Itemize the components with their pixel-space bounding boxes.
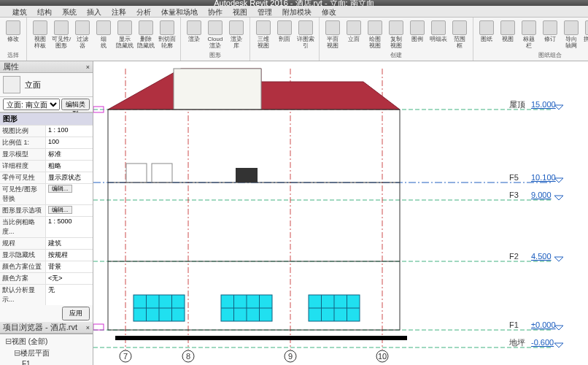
show-hidden-button[interactable]: 显示隐藏线 — [115, 19, 135, 59]
svg-text:F1: F1 — [509, 320, 519, 329]
section-icon — [277, 20, 292, 35]
prop-value[interactable]: 1 : 5000 — [45, 217, 93, 237]
browser-close-icon[interactable]: × — [86, 324, 90, 331]
schedule-button[interactable]: 明细表 — [428, 19, 449, 52]
match-label: 拼接线 — [584, 36, 588, 42]
sheet-button[interactable]: 图纸 — [476, 19, 497, 52]
apply-button[interactable]: 应用 — [62, 307, 90, 320]
menu-2[interactable]: 系统 — [57, 6, 82, 17]
view-template-button[interactable]: 视图样板 — [30, 19, 50, 59]
prop-value[interactable]: 按规程 — [45, 250, 93, 261]
cut-profile-button[interactable]: 剖切面轮廓 — [157, 19, 177, 59]
plan-button[interactable]: 平面视图 — [322, 19, 343, 52]
prop-value[interactable]: 无 — [45, 285, 93, 305]
thin-lines-label: 细线 — [101, 36, 107, 49]
drawing-canvas[interactable]: 屋顶15.000F510.100F39.000F24.500F1±0.000地坪… — [93, 61, 588, 365]
prop-value[interactable]: 显示原状态 — [45, 172, 93, 183]
thin-lines-button[interactable]: 细线 — [93, 19, 114, 59]
menu-7[interactable]: 协作 — [203, 6, 228, 17]
duplicate-label: 复制视图 — [390, 36, 402, 49]
prop-value[interactable]: 编辑... — [45, 205, 93, 216]
menu-9[interactable]: 管理 — [252, 6, 277, 17]
menu-4[interactable]: 注释 — [107, 6, 131, 17]
gallery-icon — [229, 20, 244, 35]
menu-10[interactable]: 附加模块 — [277, 6, 317, 17]
prop-value[interactable]: 编辑... — [45, 184, 93, 204]
tree-leaf[interactable]: F1 — [19, 359, 91, 365]
ribbon-group-label: 创建 — [322, 52, 470, 59]
prop-value[interactable]: 背景 — [45, 261, 93, 272]
svg-text:9.000: 9.000 — [531, 191, 552, 199]
match-button[interactable]: 拼接线 — [582, 19, 588, 52]
menu-1[interactable]: 结构 — [32, 6, 57, 17]
menu-5[interactable]: 分析 — [131, 6, 156, 17]
match-icon — [585, 20, 588, 35]
duplicate-button[interactable]: 复制视图 — [386, 19, 406, 52]
section-label: 剖面 — [279, 36, 290, 42]
view-icon — [500, 20, 515, 35]
prop-value[interactable]: 粗略 — [45, 161, 93, 172]
prop-category[interactable]: 图形 — [0, 112, 93, 125]
guide-label: 导向轴网 — [565, 36, 577, 49]
svg-rect-37 — [236, 168, 258, 182]
prop-value[interactable]: 100 — [45, 137, 93, 148]
drafting-button[interactable]: 绘图视图 — [365, 19, 385, 52]
modify-label: 修改 — [7, 36, 19, 42]
elevation-button[interactable]: 立面 — [344, 19, 364, 52]
tree-node[interactable]: ⊟楼层平面 — [10, 347, 91, 359]
svg-text:±0.000: ±0.000 — [531, 320, 556, 329]
prop-key: 显示隐藏线 — [0, 250, 45, 261]
prop-key: 比例值 1: — [0, 137, 45, 148]
visibility-label: 可见性/图形 — [52, 36, 71, 49]
prop-row: 默认分析显示...无 — [0, 284, 93, 305]
filter-button[interactable]: 过滤器 — [72, 19, 93, 59]
tree-root[interactable]: ⊟视图 (全部) — [1, 336, 91, 347]
prop-value[interactable]: 1 : 100 — [45, 126, 93, 137]
browser-title: 项目浏览器 - 酒店.rvt — [3, 322, 77, 333]
prop-key: 详细程度 — [0, 161, 45, 172]
guide-button[interactable]: 导向轴网 — [561, 19, 581, 52]
menu-3[interactable]: 插入 — [82, 6, 107, 17]
prop-edit-button[interactable]: 编辑... — [48, 185, 72, 193]
edit-type-button[interactable]: 编辑类型 — [61, 99, 90, 110]
cloud-button[interactable]: Cloud渲染 — [205, 19, 225, 52]
scope-button[interactable]: 范围框 — [449, 19, 470, 52]
legend-button[interactable]: 图例 — [407, 19, 428, 52]
render-label: 渲染 — [188, 36, 200, 42]
view-button[interactable]: 视图 — [498, 19, 518, 52]
remove-hidden-button[interactable]: 删除隐藏线 — [136, 19, 156, 59]
section-button[interactable]: 剖面 — [274, 19, 295, 59]
prop-key: 颜色方案位置 — [0, 261, 45, 272]
menu-11[interactable]: 修改 — [317, 6, 341, 17]
visibility-button[interactable]: 可见性/图形 — [51, 19, 71, 59]
prop-key: 显示模型 — [0, 149, 45, 160]
properties-close-icon[interactable]: × — [86, 64, 90, 71]
menu-0[interactable]: 建筑 — [7, 6, 32, 17]
3d-icon — [256, 20, 271, 35]
type-selector[interactable]: 立面 — [0, 73, 93, 97]
svg-rect-55 — [93, 324, 104, 330]
callout-button[interactable]: 详图索引 — [295, 19, 316, 59]
title-button[interactable]: 标题栏 — [519, 19, 539, 52]
drafting-icon — [368, 20, 382, 35]
prop-value[interactable]: <无> — [45, 273, 93, 284]
show-hidden-icon — [117, 20, 132, 35]
twisty-icon[interactable]: ⊟ — [13, 348, 20, 358]
view-label: 视图 — [502, 36, 514, 42]
gallery-button[interactable]: 渲染库 — [226, 19, 247, 52]
prop-edit-button[interactable]: 编辑... — [48, 206, 72, 214]
twisty-icon[interactable]: ⊟ — [4, 337, 12, 346]
rev-button[interactable]: 修订 — [540, 19, 560, 52]
menu-8[interactable]: 视图 — [228, 6, 252, 17]
menu-6[interactable]: 体量和场地 — [156, 6, 203, 17]
3d-button[interactable]: 三维视图 — [253, 19, 274, 59]
sheet-label: 图纸 — [481, 36, 492, 42]
prop-key: 可见性/图形替换 — [0, 184, 45, 204]
prop-row: 图形显示选项编辑... — [0, 204, 93, 216]
prop-value[interactable]: 建筑 — [45, 238, 93, 249]
prop-value[interactable]: 标准 — [45, 149, 93, 160]
render-button[interactable]: 渲染 — [184, 19, 204, 52]
title-icon — [522, 20, 536, 35]
modify-button[interactable]: 修改 — [3, 19, 23, 52]
instance-dropdown[interactable]: 立面: 南立面 — [3, 99, 60, 110]
